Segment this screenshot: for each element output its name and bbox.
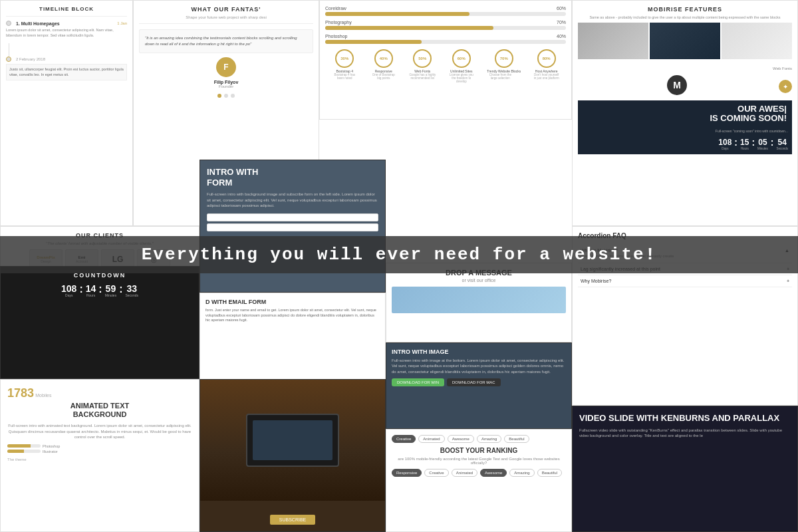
circle-webfonts-ring: 50%: [413, 49, 432, 68]
features-images-row: [578, 23, 792, 59]
email-form-title: D WITH EMAIL FORM: [205, 299, 380, 305]
skill-coreldraw-bar-fill: [325, 12, 469, 16]
timeline-item-2-text: Justo sit, ullamcorper feugiat elit. Pro…: [6, 64, 127, 80]
tile-laptop: SUBSCRIBE: [200, 379, 386, 532]
cs-sep-1: :: [734, 137, 737, 148]
feature-img-3: [722, 23, 792, 59]
m-logo: M: [667, 75, 687, 95]
tile-countdown-large: COUNTDOWN 108 Days : 14 Hours : 59 Minut…: [0, 266, 200, 379]
countdown-sep-3: :: [119, 283, 122, 295]
circle-host: 80% Host Anywhere Don't host yourself in…: [533, 49, 560, 83]
video-slide-title: VIDEO SLIDE WITH KENBURNS AND PARALLAX: [579, 413, 791, 424]
intro-form-body: Full-screen intro with background image …: [207, 192, 378, 208]
skill-coreldraw-label: Coreldraw: [325, 6, 346, 11]
skill-photoshop-bar-fill: [325, 40, 422, 44]
skill-photography: Photography 70%: [325, 20, 566, 30]
circle-bootstrap: 30% Bootstrap 4 Bootstrap 4 has been not…: [331, 49, 358, 83]
intro-image-title: INTRO WITH IMAGE: [392, 348, 566, 355]
drop-message-map: [392, 287, 566, 313]
circle-unlimited: 60% Unlimited Sites License gives you th…: [448, 49, 475, 83]
timeline-title: TIMELINE BLOCK: [6, 6, 127, 12]
boost-tab-creative[interactable]: Creative: [392, 435, 416, 443]
cs-days: 108: [718, 138, 732, 147]
circle-host-ring: 80%: [537, 49, 556, 68]
tile-skills: Coreldraw 60% Photography 70%: [319, 0, 572, 120]
coming-soon-title: OUR AWES| IS COMING SOON!: [578, 100, 792, 128]
skill-photoshop: Photoshop 40%: [325, 34, 566, 44]
tile-intro-image: INTRO WITH IMAGE Full-screen intro with …: [386, 342, 572, 429]
animated-number: 1783 Mobiles: [7, 386, 192, 400]
cs-sep-3: :: [771, 137, 774, 148]
download-mac-button[interactable]: DOWNLOAD FOR MAC: [447, 378, 501, 386]
banner-overlay: Everything you will ever need for a webs…: [0, 236, 798, 273]
boost-tab-amazing[interactable]: Amazing: [477, 435, 501, 443]
boost-tabs-row-1: Creative Animated Awesome Amazing Beauti…: [392, 435, 566, 443]
boost-title: BOOST YOUR RANKING: [392, 447, 566, 454]
boost-tab-amazing-2[interactable]: Amazing: [509, 469, 534, 477]
timeline-item-2: 2 February 2018 Justo sit, ullamcorper f…: [6, 57, 127, 80]
cs-hours-label: Hours: [740, 147, 749, 150]
skill-coreldraw: Coreldraw 60%: [325, 6, 566, 16]
circle-trendy-ring: 70%: [495, 49, 513, 68]
countdown-timer-row: 108 Days : 14 Hours : 59 Minutes : 33 Se…: [6, 284, 194, 297]
countdown-days: 108 Days: [61, 284, 76, 297]
boost-tab-awesome-2[interactable]: Awesome: [480, 469, 507, 477]
fantastico-title: WHAT OUR FANTAS': [139, 6, 313, 13]
animated-text-title: ANIMATED TEXTBACKGROUND: [7, 402, 192, 419]
animated-footer: The theme: [7, 458, 192, 462]
founder-role: Founder: [139, 84, 313, 88]
email-form-body: form. Just enter your name and email to …: [205, 308, 380, 323]
skill-photoshop-bar-bg: [325, 40, 566, 44]
tile-drop-message: DROP A MESSAGE or visit our office: [386, 263, 572, 342]
circle-bootstrap-ring: 30%: [335, 49, 354, 68]
skill-coreldraw-pct: 60%: [557, 6, 566, 11]
animated-skill-photoshop: Photoshop: [7, 444, 192, 448]
skill-coreldraw-bar-bg: [325, 12, 566, 16]
boost-tabs-row-2: Responsive Creative Animated Awesome Ama…: [392, 469, 566, 477]
download-win-button[interactable]: DOWNLOAD FOR WIN: [392, 378, 444, 386]
boost-tab-beautiful-2[interactable]: Beautiful: [537, 469, 562, 477]
m-logo-row: M ✦: [578, 75, 792, 98]
animated-skill-illustrator: Illustrator: [7, 450, 192, 454]
timeline-item-1: 1. Multi Homepages 1 Jan Lorem ipsum dol…: [6, 21, 127, 38]
countdown-sep-1: :: [79, 283, 82, 295]
accordion-item-3[interactable]: Why Mobirise? +: [578, 275, 792, 287]
cs-days-label: Days: [718, 147, 732, 150]
boost-tab-responsive[interactable]: Responsive: [392, 469, 422, 477]
intro-form-name-input[interactable]: [207, 213, 378, 221]
boost-tab-animated-2[interactable]: Animated: [452, 469, 477, 477]
accordion-chevron-3: +: [787, 279, 789, 283]
animated-text-body: Full-screen intro with animated text bac…: [7, 423, 192, 440]
founder-name: Filip Filyov: [139, 80, 313, 84]
countdown-minutes: 59 Minutes: [105, 284, 117, 297]
subscribe-button[interactable]: SUBSCRIBE: [270, 515, 315, 525]
boost-tab-awesome[interactable]: Awesome: [448, 435, 474, 443]
accordion-q-3: Why Mobirise? +: [581, 279, 789, 283]
web-fonts-label: Web Fonts: [578, 61, 792, 72]
boost-subtitle: are 100% mobile-friendly according the l…: [392, 457, 566, 465]
star-icon: ✦: [779, 80, 792, 93]
skill-photography-label: Photography: [325, 20, 352, 25]
timeline-date-1: 1 Jan: [117, 21, 127, 25]
skill-photography-bar-bg: [325, 26, 566, 30]
mobirise-features-title: MOBIRISE FEATURES: [578, 6, 792, 13]
boost-tab-animated[interactable]: Animated: [418, 435, 444, 443]
coming-soon-desc: Full-screen "coming soon" intro with cou…: [578, 128, 792, 134]
tile-video-slide: VIDEO SLIDE WITH KENBURNS AND PARALLAX F…: [572, 406, 798, 532]
boost-tab-beautiful[interactable]: Beautiful: [504, 435, 529, 443]
tile-boost: Creative Animated Awesome Amazing Beauti…: [386, 429, 572, 532]
banner-text: Everything you will ever need for a webs…: [142, 245, 657, 265]
cs-sep-2: :: [751, 137, 755, 148]
tile-animated-text: 1783 Mobiles ANIMATED TEXTBACKGROUND Ful…: [0, 379, 200, 532]
timeline-item-1-title: 1. Multi Homepages: [16, 21, 60, 26]
cs-minutes-label: Minutes: [757, 147, 768, 150]
intro-form-email-input[interactable]: [207, 223, 378, 231]
boost-tab-creative-2[interactable]: Creative: [424, 469, 448, 477]
timeline-dot-1: [6, 21, 11, 26]
mobirise-features-subtitle: Same as above - probably included to giv…: [578, 15, 792, 20]
timeline-item-1-text: Lorem ipsum dolor sit amet, consectetur …: [6, 28, 127, 38]
founder-avatar: F: [216, 57, 236, 77]
feature-img-1: [578, 23, 648, 59]
intro-image-body: Full-screen intro with image at the bott…: [392, 358, 566, 374]
laptop-screen: [246, 414, 339, 467]
